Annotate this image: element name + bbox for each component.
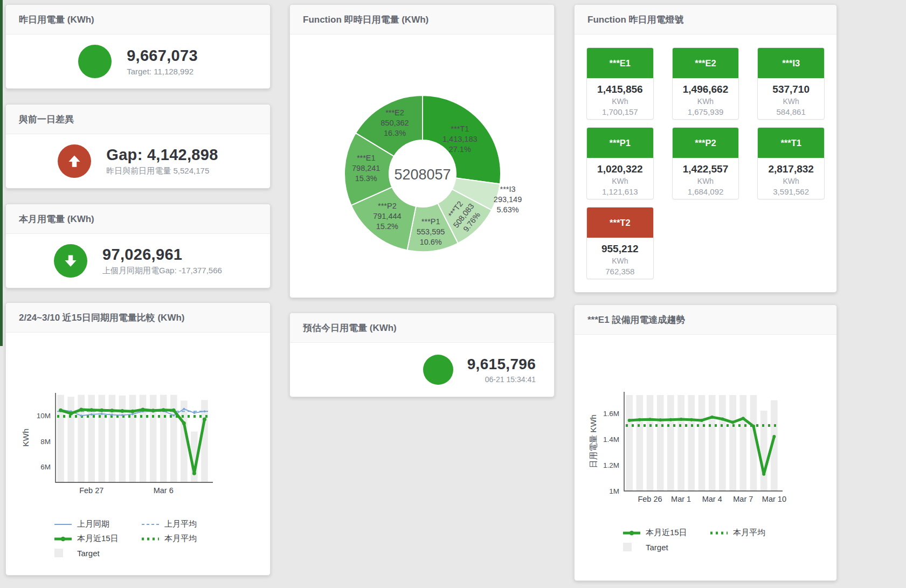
- panel-header-yesterday-usage[interactable]: 昨日用電量 (KWh): [6, 5, 270, 34]
- data-point: [648, 418, 652, 421]
- panel-header-day-gap[interactable]: 與前一日差異: [6, 105, 270, 134]
- target-bar: [170, 395, 177, 482]
- day-gap-value: Gap: 4,142,898: [106, 146, 218, 164]
- legend-item-上月平均[interactable]: 上月平均: [141, 519, 228, 529]
- panel-yesterday-usage: 昨日用電量 (KWh) 9,667,073 Target: 11,128,992: [5, 4, 271, 89]
- right-column: Function 昨日用電燈號 ***E11,415,856KWh1,700,1…: [574, 0, 837, 588]
- tile-target-value: 1,121,613: [587, 187, 653, 196]
- light-tile-header: ***E2: [673, 48, 739, 78]
- light-tile-P2: ***P21,422,557KWh1,684,092: [672, 127, 739, 199]
- svg-text:5.63%: 5.63%: [496, 205, 518, 214]
- tile-unit: KWh: [587, 177, 653, 185]
- data-point: [731, 421, 735, 424]
- tile-value: 1,422,557: [673, 163, 739, 175]
- forecast-value: 9,615,796: [467, 356, 536, 373]
- data-point: [772, 435, 776, 438]
- target-bar: [719, 395, 726, 491]
- tile-value: 1,415,856: [587, 84, 653, 95]
- target-bar: [150, 395, 157, 482]
- light-tile-header: ***T2: [587, 207, 653, 238]
- target-bar: [667, 395, 674, 491]
- target-bar: [626, 395, 633, 491]
- data-point: [101, 413, 103, 415]
- e1-trend-chart-body: 1M1.2M1.4M1.6MFeb 26Mar 1Mar 4Mar 7Mar 1…: [575, 335, 836, 580]
- data-point: [120, 409, 124, 413]
- tile-value: 537,710: [758, 84, 824, 95]
- legend-label: 本月近15日: [77, 534, 119, 544]
- target-bar: [729, 395, 736, 491]
- data-point: [182, 421, 186, 425]
- panel-header-month-usage[interactable]: 本月用電量 (KWh): [6, 204, 270, 234]
- tile-unit: KWh: [587, 257, 653, 265]
- panel-month-usage: 本月用電量 (KWh) 97,026,961 上個月同期用電Gap: -17,3…: [5, 204, 271, 288]
- target-bar: [119, 396, 126, 482]
- tile-target-value: 762,358: [587, 267, 653, 276]
- donut-chart-body: ***T11,413,18327.1%***I3293,1495.63%***T…: [290, 34, 554, 298]
- panel-header-compare-chart[interactable]: 2/24~3/10 近15日同期用電量比較 (KWh): [6, 303, 270, 333]
- realtime-usage-donut[interactable]: ***T11,413,18327.1%***I3293,1495.63%***T…: [290, 34, 555, 288]
- data-point: [700, 419, 703, 422]
- target-bar: [109, 395, 116, 482]
- line-chart-plot[interactable]: 1M1.2M1.4M1.6MFeb 26Mar 1Mar 4Mar 7Mar 1…: [575, 335, 836, 524]
- y-axis-tick: 6M: [40, 463, 51, 471]
- target-bar: [698, 395, 706, 491]
- legend-item-上月同期[interactable]: 上月同期: [53, 519, 141, 529]
- legend-row: 本月近15日本月平均: [622, 528, 836, 538]
- yesterday-usage-value: 9,667,073: [127, 47, 198, 65]
- line-chart-plot[interactable]: 6M8M10MFeb 27Mar 6KWh: [6, 333, 270, 516]
- data-point: [659, 418, 662, 421]
- panel-header-usage-lights[interactable]: Function 昨日用電燈號: [575, 5, 836, 34]
- data-point: [131, 410, 135, 413]
- light-tile-header: ***I3: [758, 48, 824, 78]
- target-bar: [181, 400, 188, 482]
- data-point: [193, 412, 195, 414]
- legend-item-本月近15日[interactable]: 本月近15日: [622, 528, 709, 538]
- y-axis-tick: 10M: [37, 412, 51, 420]
- legend-item-Target[interactable]: Target: [622, 542, 709, 552]
- legend-item-本月近15日[interactable]: 本月近15日: [53, 534, 141, 544]
- panel-title: 預估今日用電量 (KWh): [303, 322, 397, 334]
- data-point: [710, 416, 714, 419]
- legend-label: 上月同期: [77, 519, 109, 529]
- svg-text:293,149: 293,149: [494, 195, 522, 204]
- y-axis-label: KWh: [21, 428, 30, 447]
- panel-usage-lights: Function 昨日用電燈號 ***E11,415,856KWh1,700,1…: [574, 4, 837, 293]
- legend-item-Target[interactable]: Target: [53, 548, 141, 558]
- data-point: [132, 413, 134, 415]
- svg-text:1,413,183: 1,413,183: [442, 135, 478, 143]
- data-point: [59, 409, 63, 412]
- data-point: [172, 414, 175, 417]
- legend-label: 本月近15日: [646, 528, 687, 538]
- month-usage-value: 97,026,961: [102, 246, 222, 264]
- tile-value: 1,020,322: [587, 163, 653, 175]
- target-bar: [57, 395, 64, 482]
- panel-title: Function 昨日用電燈號: [587, 13, 683, 26]
- svg-text:850,362: 850,362: [381, 119, 409, 127]
- x-axis-tick: Mar 7: [733, 495, 753, 503]
- status-circle-icon: [78, 45, 112, 78]
- light-tile-header: ***P2: [673, 128, 739, 158]
- forecast-timestamp: 06-21 15:34:41: [467, 375, 536, 384]
- legend-item-本月平均[interactable]: 本月平均: [709, 528, 797, 538]
- panel-header-realtime-donut[interactable]: Function 即時日用電量 (KWh): [290, 5, 554, 34]
- legend-item-本月平均[interactable]: 本月平均: [141, 534, 228, 544]
- data-point: [151, 409, 155, 412]
- panel-header-e1-trend[interactable]: ***E1 設備用電達成趨勢: [575, 305, 836, 335]
- tile-target-value: 1,684,092: [673, 187, 739, 196]
- legend-row: 本月近15日本月平均: [53, 534, 270, 544]
- svg-text:15.2%: 15.2%: [376, 222, 398, 231]
- arrow-down-icon: [54, 244, 87, 278]
- tile-unit: KWh: [587, 97, 653, 106]
- legend-label: Target: [77, 549, 100, 558]
- panel-header-forecast-today[interactable]: 預估今日用電量 (KWh): [290, 313, 554, 343]
- legend-swatch: [53, 534, 73, 544]
- data-point: [721, 418, 724, 421]
- panel-title: 本月用電量 (KWh): [19, 213, 94, 225]
- panel-day-gap: 與前一日差異 Gap: 4,142,898 昨日與前日用電量 5,524,175: [5, 104, 271, 189]
- data-point: [79, 408, 83, 412]
- tile-unit: KWh: [758, 97, 824, 106]
- chart-legend: 本月近15日本月平均Target: [622, 528, 836, 552]
- light-tile-T2: ***T2955,212KWh762,358: [586, 207, 654, 279]
- svg-text:553,595: 553,595: [417, 227, 445, 236]
- y-axis-tick: 8M: [40, 438, 51, 446]
